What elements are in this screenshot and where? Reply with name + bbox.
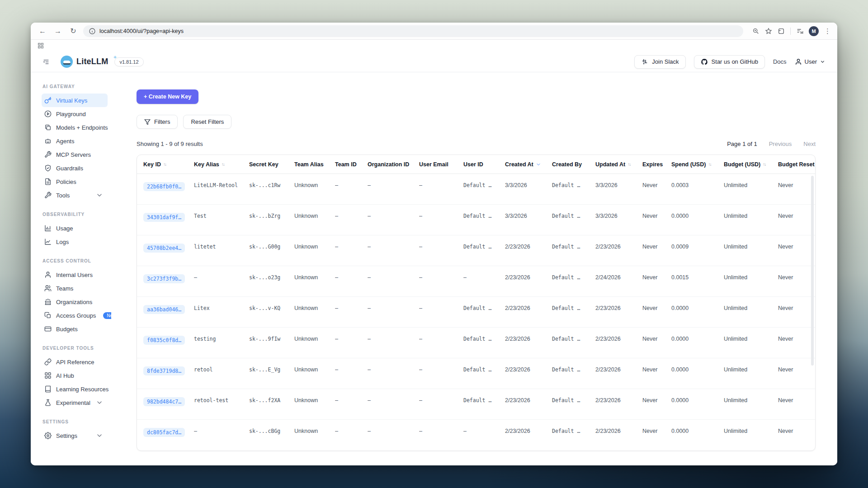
table-row[interactable]: f0835c0f8d…testingsk-...9fIwUnknown–––De… [137, 328, 815, 358]
sidebar-item-mcp-servers[interactable]: MCP Servers [42, 148, 108, 161]
key-id-link[interactable]: 982bd484c7… [143, 397, 185, 406]
sort-arrows-icon[interactable]: ↑↓ [763, 162, 765, 167]
key-id-link[interactable]: aa36bad046… [143, 305, 185, 314]
user-menu[interactable]: User [795, 58, 826, 66]
cell-created-by: Default … [552, 300, 595, 327]
table-row[interactable]: 22b68fb0f0…LiteLLM-Retoolsk-...c1RwUnkno… [137, 174, 815, 205]
line-chart-icon [44, 238, 52, 245]
forward-button[interactable]: → [52, 26, 63, 37]
sidebar-item-internal-users[interactable]: Internal Users [42, 268, 108, 282]
table-row[interactable]: 34301daf9f…Testsk-...bZrgUnknown–––Defau… [137, 205, 815, 235]
browser-profile-avatar[interactable]: M [809, 26, 819, 36]
reload-button[interactable]: ↻ [68, 26, 79, 37]
table-scrollbar[interactable] [811, 176, 814, 366]
extensions-icon[interactable] [778, 28, 785, 35]
column-header-updated-at[interactable]: Updated At↑↓ [595, 161, 642, 168]
collapse-sidebar-icon[interactable] [42, 58, 50, 66]
column-header-created-at[interactable]: Created At [505, 161, 552, 168]
grid-icon [44, 372, 52, 379]
table-row[interactable]: 982bd484c7…retool-testsk-...f2XAUnknown–… [137, 389, 815, 420]
table-row[interactable]: 3c273f3f9b…–sk-...o23gUnknown––––2/23/20… [137, 266, 815, 297]
cell-updated-at: 2/23/2026 [595, 422, 642, 450]
key-id-link[interactable]: 45708b2ee4… [143, 244, 185, 253]
table-row[interactable]: aa36bad046…Litexsk-...v-KQUnknown–––Defa… [137, 297, 815, 328]
column-header-budget-usd[interactable]: Budget (USD)↑↓ [724, 161, 778, 168]
key-id-link[interactable]: 8fde3719d8… [143, 366, 185, 375]
zoom-indicator-icon[interactable] [752, 28, 760, 35]
star-github-button[interactable]: Star us on GitHub [694, 55, 765, 69]
cell-spend-usd: 0.0015 [671, 269, 724, 296]
sort-arrows-icon[interactable]: ↑↓ [163, 162, 166, 167]
sidebar-item-api-reference[interactable]: API Reference [42, 355, 108, 369]
table-row[interactable]: 8fde3719d8…retoolsk-...E_VgUnknown–––Def… [137, 358, 815, 389]
sidebar-item-ai-hub[interactable]: AI Hub [42, 369, 108, 382]
sidebar-item-agents[interactable]: Agents [42, 134, 108, 148]
kebab-menu-icon[interactable]: ⋮ [824, 27, 831, 35]
cell-user-id: – [463, 269, 505, 296]
sort-arrows-icon[interactable]: ↑↓ [627, 162, 630, 167]
previous-page-button[interactable]: Previous [769, 141, 792, 147]
key-id-link[interactable]: 22b68fb0f0… [143, 182, 185, 191]
reading-list-icon[interactable] [796, 28, 803, 35]
key-id-cell: dc805fac7d… [143, 422, 194, 450]
column-label: Spend (USD) [671, 161, 706, 168]
column-header-key-alias[interactable]: Key Alias↑↓ [194, 161, 249, 168]
join-slack-button[interactable]: Join Slack [634, 55, 685, 69]
sidebar-item-policies[interactable]: Policies [42, 175, 108, 188]
reset-filters-button[interactable]: Reset Filters [183, 115, 231, 129]
sidebar-section-label: SETTINGS [42, 419, 108, 424]
robot-icon [44, 137, 52, 145]
cell-created-by: Default … [552, 422, 595, 450]
back-button[interactable]: ← [37, 26, 48, 37]
column-header-spend-usd[interactable]: Spend (USD)↑↓ [671, 161, 724, 168]
cell-user-email: – [419, 392, 463, 419]
sidebar-item-settings[interactable]: Settings [42, 429, 108, 442]
docs-link[interactable]: Docs [773, 58, 787, 65]
cell-budget-usd: Unlimited [724, 422, 778, 450]
cell-created-by: Default … [552, 207, 595, 235]
sidebar-item-playground[interactable]: Playground [42, 107, 108, 121]
key-id-cell: 982bd484c7… [143, 392, 194, 419]
chevron-down-icon [96, 432, 103, 439]
column-header-key-id[interactable]: Key ID↑↓ [143, 161, 194, 168]
bookmark-star-icon[interactable] [765, 28, 772, 35]
sidebar-item-experimental[interactable]: Experimental [42, 396, 108, 409]
apps-grid-icon[interactable] [37, 42, 44, 49]
cell-updated-at: 2/23/2026 [595, 361, 642, 389]
cell-team-alias: Unknown [294, 392, 335, 419]
next-page-button[interactable]: Next [803, 141, 816, 147]
cell-key-alias: retool-test [194, 392, 249, 419]
cell-created-at: 2/23/2026 [505, 392, 552, 419]
sort-arrows-icon[interactable]: ↑↓ [708, 162, 711, 167]
cell-team-id: – [335, 330, 368, 358]
key-id-link[interactable]: dc805fac7d… [143, 428, 185, 437]
table-row[interactable]: dc805fac7d…–sk-...cBGgUnknown––––2/23/20… [137, 420, 815, 450]
key-id-link[interactable]: f0835c0f8d… [143, 336, 185, 345]
filters-button[interactable]: Filters [137, 115, 178, 129]
sidebar-item-organizations[interactable]: Organizations [42, 295, 108, 309]
cell-created-at: 2/23/2026 [505, 300, 552, 327]
cell-team-id: – [335, 300, 368, 327]
sidebar-item-usage[interactable]: Usage [42, 221, 108, 235]
sidebar-item-tools[interactable]: Tools [42, 188, 108, 202]
create-new-key-button[interactable]: + Create New Key [137, 89, 198, 104]
sidebar-item-learning-resources[interactable]: Learning Resources [42, 382, 108, 396]
sidebar-item-logs[interactable]: Logs [42, 235, 108, 249]
sidebar-item-guardrails[interactable]: Guardrails [42, 161, 108, 175]
cell-created-at: 2/23/2026 [505, 269, 552, 296]
key-id-link[interactable]: 3c273f3f9b… [143, 274, 185, 283]
cell-spend-usd: 0.0000 [671, 330, 724, 358]
sort-desc-icon[interactable] [536, 162, 541, 167]
sidebar-item-access-groups[interactable]: Access GroupsNew [42, 309, 108, 322]
sidebar-item-teams[interactable]: Teams [42, 282, 108, 295]
sidebar-item-virtual-keys[interactable]: Virtual Keys [42, 94, 108, 107]
cell-organization-id: – [368, 361, 419, 389]
table-row[interactable]: 45708b2ee4…litetetsk-...G00gUnknown–––De… [137, 235, 815, 266]
address-bar[interactable]: localhost:4000/ui/?page=api-keys [83, 25, 743, 37]
sidebar-item-budgets[interactable]: Budgets [42, 322, 108, 336]
sidebar-item-models-endpoints[interactable]: Models + Endpoints [42, 121, 108, 134]
sort-arrows-icon[interactable]: ↑↓ [222, 162, 224, 167]
key-id-link[interactable]: 34301daf9f… [143, 213, 185, 222]
cell-team-alias: Unknown [294, 269, 335, 296]
sidebar-item-label: Experimental [56, 399, 90, 406]
